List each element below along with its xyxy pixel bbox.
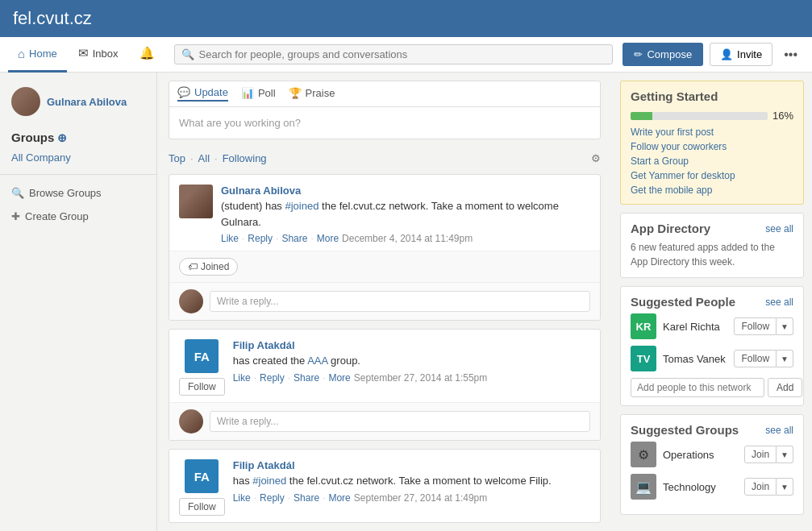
getting-started-card: Getting Started 16% Write your first pos… [620,81,804,205]
app-directory-header: App Directory see all [631,222,793,235]
group-link[interactable]: AAA [307,355,327,367]
like-link[interactable]: Like [221,233,239,244]
avatar-initials: FA [194,470,210,483]
app-directory-see-all[interactable]: see all [765,223,793,234]
avatar-initials: FA [194,350,210,363]
post-header: FA Follow Filip Atakdál has created the … [169,330,600,402]
suggested-person: TV Tomas Vanek Follow ▼ [631,346,793,371]
filter-all[interactable]: All [198,152,210,164]
sidebar-item-create-group[interactable]: ✚ Create Group [0,205,156,228]
avatar [11,87,40,116]
hashtag-joined[interactable]: #joined [285,200,319,212]
more-link[interactable]: More [328,492,350,504]
reply-link[interactable]: Reply [248,233,273,244]
praise-label: Praise [306,87,335,99]
join-group-button[interactable]: Join [744,446,777,463]
groups-add-button[interactable]: ⊕ [57,131,67,144]
plus-icon: ✚ [11,210,20,222]
invite-button[interactable]: 👤 Invite [710,43,772,66]
gs-link-post[interactable]: Write your first post [631,127,793,138]
settings-icon[interactable]: ⚙ [591,152,601,164]
group-icon: ⚙ [631,442,656,467]
add-people-button[interactable]: Add [768,378,802,397]
left-sidebar: Gulnara Abilova Groups ⊕ All Company 🔍 B… [0,73,157,531]
post-avatar [179,185,213,218]
gs-link-desktop[interactable]: Get Yammer for desktop [631,170,793,181]
follow-person-button[interactable]: Follow [734,350,777,367]
hashtag-joined[interactable]: #joined [252,475,286,487]
app-directory-text: 6 new featured apps added to the App Dir… [631,240,793,269]
join-dropdown[interactable]: ▼ [777,446,793,463]
gs-links: Write your first post Follow your cowork… [631,127,793,196]
share-link[interactable]: Share [281,233,307,244]
feed-area: 💬 Update 📊 Poll 🏆 Praise What are you wo… [157,73,612,531]
bell-icon: 🔔 [139,46,155,60]
suggested-people-header: Suggested People see all [631,295,793,309]
sidebar-item-browse-groups[interactable]: 🔍 Browse Groups [0,181,156,205]
post-author[interactable]: Filip Atakdál [233,339,295,351]
tab-update[interactable]: 💬 Update [177,86,228,102]
progress-fill [631,112,652,120]
feed-filters: Top · All · Following ⚙ [169,147,601,169]
person-initials: KR [636,321,652,333]
more-link[interactable]: More [328,372,350,384]
post-author[interactable]: Filip Atakdál [233,459,295,471]
follow-button[interactable]: Follow [179,378,225,396]
join-group: Join ▼ [744,446,793,463]
join-group-button[interactable]: Join [744,478,777,496]
sidebar-item-all-company[interactable]: All Company [0,147,156,168]
post-content: Filip Atakdál has #joined the fel.cvut.c… [233,459,590,504]
share-link[interactable]: Share [294,492,319,504]
share-link[interactable]: Share [294,372,319,384]
filter-top[interactable]: Top [169,152,185,164]
follow-dropdown[interactable]: ▼ [777,350,793,367]
groups-header: Groups ⊕ [0,122,156,147]
person-icon: 👤 [720,48,733,60]
reply-input[interactable]: Write a reply... [210,411,590,432]
gs-link-follow[interactable]: Follow your coworkers [631,141,793,152]
tab-praise[interactable]: 🏆 Praise [289,87,335,101]
filter-following[interactable]: Following [223,152,267,164]
nav-inbox[interactable]: ✉ Inbox [69,37,128,73]
follow-button[interactable]: Follow [179,498,225,516]
search-input[interactable] [199,48,606,60]
reply-link[interactable]: Reply [260,492,285,504]
join-dropdown[interactable]: ▼ [777,478,793,496]
follow-dropdown[interactable]: ▼ [777,317,793,335]
follow-group: Follow ▼ [734,350,793,367]
reply-input[interactable]: Write a reply... [210,291,590,312]
group-name: Operations [663,449,738,461]
like-link[interactable]: Like [233,372,251,384]
post-content: Gulnara Abilova (student) has #joined th… [221,185,590,244]
compose-input-area[interactable]: What are you working on? [169,107,600,139]
more-button[interactable]: ••• [777,43,804,67]
like-link[interactable]: Like [233,492,251,504]
browse-groups-label: Browse Groups [29,187,102,199]
joined-label: Joined [201,261,229,272]
suggested-people-title: Suggested People [631,295,735,309]
nav-home[interactable]: ⌂ Home [8,37,67,73]
nav-notifications[interactable]: 🔔 [130,37,164,73]
compose-box: 💬 Update 📊 Poll 🏆 Praise What are you wo… [169,81,601,139]
person-initials: TV [637,353,651,365]
suggested-groups-see-all[interactable]: see all [765,425,793,436]
suggested-people-see-all[interactable]: see all [765,297,793,308]
post-author[interactable]: Gulnara Abilova [221,185,301,197]
group-icon-glyph: 💻 [635,479,652,495]
progress-bar [631,112,768,120]
gs-link-mobile[interactable]: Get the mobile app [631,185,793,196]
add-people-input[interactable] [631,378,764,397]
reply-link[interactable]: Reply [260,372,285,384]
main-layout: Gulnara Abilova Groups ⊕ All Company 🔍 B… [0,73,812,531]
follow-person-button[interactable]: Follow [734,317,777,335]
search-icon: 🔍 [11,187,24,199]
post-date: December 4, 2014 at 11:49pm [342,233,473,244]
compose-button[interactable]: ✏ Compose [623,43,703,66]
more-link[interactable]: More [317,233,339,244]
gs-link-group[interactable]: Start a Group [631,156,793,167]
inbox-icon: ✉ [78,46,89,60]
user-info[interactable]: Gulnara Abilova [0,81,156,122]
app-directory-title: App Directory [631,222,710,235]
add-people-row: Add [631,378,793,397]
tab-poll[interactable]: 📊 Poll [241,87,276,101]
